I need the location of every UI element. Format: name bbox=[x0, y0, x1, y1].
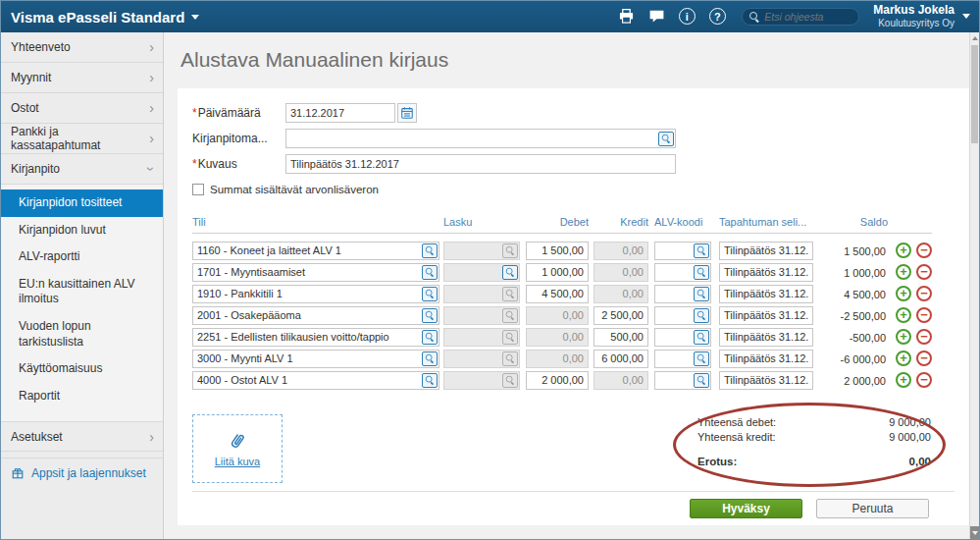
add-row-button[interactable] bbox=[896, 372, 911, 388]
chevron-down-icon[interactable] bbox=[191, 15, 199, 20]
account-input[interactable] bbox=[192, 285, 439, 303]
sidebar-item-yhteenveto[interactable]: Yhteenveto bbox=[1, 32, 163, 63]
chevron-down-icon[interactable] bbox=[962, 14, 970, 19]
vat-code-search-icon[interactable] bbox=[694, 330, 709, 345]
table-row: -500,00 bbox=[192, 327, 932, 347]
invoice-search-icon bbox=[502, 330, 518, 345]
attach-image-button[interactable]: Liitä kuva bbox=[192, 414, 283, 483]
debet-input[interactable] bbox=[526, 371, 589, 390]
kirjanpito-submenu: Kirjanpidon tositteet Kirjanpidon luvut … bbox=[1, 185, 163, 421]
account-input[interactable] bbox=[192, 242, 439, 260]
vat-code-search-icon[interactable] bbox=[694, 243, 709, 258]
invoice-search-icon bbox=[502, 243, 518, 258]
date-field[interactable] bbox=[285, 103, 395, 123]
sidebar-item-kayttoomaisuus[interactable]: Käyttöomaisuus bbox=[1, 355, 163, 383]
description-input[interactable] bbox=[719, 285, 813, 303]
account-search-icon[interactable] bbox=[422, 330, 438, 345]
saldo-value: -6 000,00 bbox=[821, 353, 888, 365]
account-search-icon[interactable] bbox=[422, 243, 438, 258]
cancel-button[interactable]: Peruuta bbox=[816, 499, 929, 518]
invoice-search-icon[interactable] bbox=[502, 265, 518, 280]
sidebar-item-kirjanpito[interactable]: Kirjanpito bbox=[1, 154, 163, 185]
sidebar-item-vuoden-lopun-tarkistuslista[interactable]: Vuoden lopun tarkistuslista bbox=[1, 313, 163, 355]
account-input[interactable] bbox=[192, 371, 439, 390]
sidebar-item-kirjanpidon-luvut[interactable]: Kirjanpidon luvut bbox=[1, 217, 163, 244]
sidebar-item-alv-raportti[interactable]: ALV-raportti bbox=[1, 243, 163, 271]
debet-input[interactable] bbox=[526, 263, 589, 282]
print-button[interactable] bbox=[617, 8, 635, 26]
remove-row-button[interactable] bbox=[916, 351, 932, 366]
journal-field[interactable] bbox=[285, 129, 676, 148]
remove-row-button[interactable] bbox=[916, 243, 932, 258]
kredit-input[interactable] bbox=[593, 350, 648, 368]
kredit-input bbox=[593, 371, 648, 390]
remove-row-button[interactable] bbox=[916, 329, 932, 345]
chevron-right-icon bbox=[149, 101, 154, 115]
sidebar-item-myynnit[interactable]: Myynnit bbox=[1, 63, 163, 93]
invoice-search-icon bbox=[502, 308, 518, 323]
kredit-input[interactable] bbox=[593, 328, 648, 347]
description-input[interactable] bbox=[719, 242, 813, 260]
sidebar-item-raportit[interactable]: Raportit bbox=[1, 383, 163, 410]
calendar-button[interactable] bbox=[397, 103, 417, 123]
kredit-input[interactable] bbox=[593, 306, 648, 325]
description-input[interactable] bbox=[719, 328, 813, 347]
description-input[interactable] bbox=[719, 306, 813, 325]
account-search-icon[interactable] bbox=[422, 265, 438, 280]
remove-row-button[interactable] bbox=[916, 372, 932, 388]
account-search-icon[interactable] bbox=[422, 351, 438, 366]
help-search[interactable] bbox=[742, 8, 859, 26]
scrollbar-thumb[interactable] bbox=[971, 45, 978, 143]
user-menu[interactable]: Markus Jokela Koulutusyritys Oy bbox=[873, 4, 954, 28]
vat-code-search-icon[interactable] bbox=[694, 373, 709, 388]
remove-row-button[interactable] bbox=[916, 286, 932, 301]
kredit-input bbox=[593, 285, 648, 303]
sidebar-item-eu-kausittainen-alv-ilmoitus[interactable]: EU:n kausittainen ALV ilmoitus bbox=[1, 271, 163, 313]
add-row-button[interactable] bbox=[896, 243, 911, 258]
sidebar-item-ostot[interactable]: Ostot bbox=[1, 93, 163, 124]
header-kredit: Kredit bbox=[593, 216, 648, 228]
description-input[interactable] bbox=[719, 263, 813, 282]
account-search-icon[interactable] bbox=[422, 373, 438, 388]
account-input[interactable] bbox=[192, 350, 439, 368]
scrollbar-up-icon[interactable] bbox=[970, 32, 979, 44]
remove-row-button[interactable] bbox=[916, 307, 932, 323]
description-input[interactable] bbox=[719, 371, 813, 390]
sidebar-item-pankki-ja-kassatapahtumat[interactable]: Pankki ja kassatapahtumat bbox=[1, 124, 163, 154]
description-field[interactable] bbox=[285, 154, 676, 174]
vat-checkbox[interactable] bbox=[192, 184, 204, 195]
account-input[interactable] bbox=[192, 328, 439, 347]
help-button[interactable] bbox=[708, 8, 726, 26]
sidebar-item-appsit-ja-laajennukset[interactable]: Appsit ja laajennukset bbox=[1, 458, 163, 488]
scrollbar-down-icon[interactable] bbox=[970, 526, 979, 539]
sidebar-item-asetukset[interactable]: Asetukset bbox=[1, 421, 163, 452]
account-search-icon[interactable] bbox=[422, 308, 438, 323]
sidebar-item-kirjanpidon-tositteet[interactable]: Kirjanpidon tositteet bbox=[1, 189, 163, 217]
description-input[interactable] bbox=[719, 350, 813, 368]
account-input[interactable] bbox=[192, 263, 439, 282]
table-row: -2 500,00 bbox=[192, 305, 932, 325]
help-search-input[interactable] bbox=[764, 11, 851, 23]
vat-code-search-icon[interactable] bbox=[694, 287, 709, 301]
remove-row-button[interactable] bbox=[916, 264, 932, 280]
sidebar-item-label: Myynnit bbox=[11, 71, 51, 84]
app-title[interactable]: Visma ePasseli Standard bbox=[11, 9, 184, 26]
add-row-button[interactable] bbox=[896, 329, 911, 345]
approve-button[interactable]: Hyväksy bbox=[690, 499, 802, 518]
header-tapahtuman-selite[interactable]: Tapahtuman seli... bbox=[719, 216, 813, 228]
vat-code-search-icon[interactable] bbox=[694, 308, 709, 323]
debet-input[interactable] bbox=[526, 285, 589, 303]
add-row-button[interactable] bbox=[896, 351, 911, 366]
add-row-button[interactable] bbox=[896, 286, 911, 301]
vat-code-search-icon[interactable] bbox=[694, 351, 709, 366]
feedback-button[interactable] bbox=[647, 8, 665, 26]
info-button[interactable] bbox=[678, 8, 696, 26]
add-row-button[interactable] bbox=[896, 264, 911, 280]
vat-code-search-icon[interactable] bbox=[694, 265, 709, 280]
add-row-button[interactable] bbox=[896, 307, 911, 323]
journal-search-icon[interactable] bbox=[658, 132, 674, 146]
debet-input[interactable] bbox=[526, 242, 589, 260]
account-input[interactable] bbox=[192, 306, 439, 325]
vertical-scrollbar[interactable] bbox=[969, 32, 979, 539]
account-search-icon[interactable] bbox=[422, 287, 438, 301]
